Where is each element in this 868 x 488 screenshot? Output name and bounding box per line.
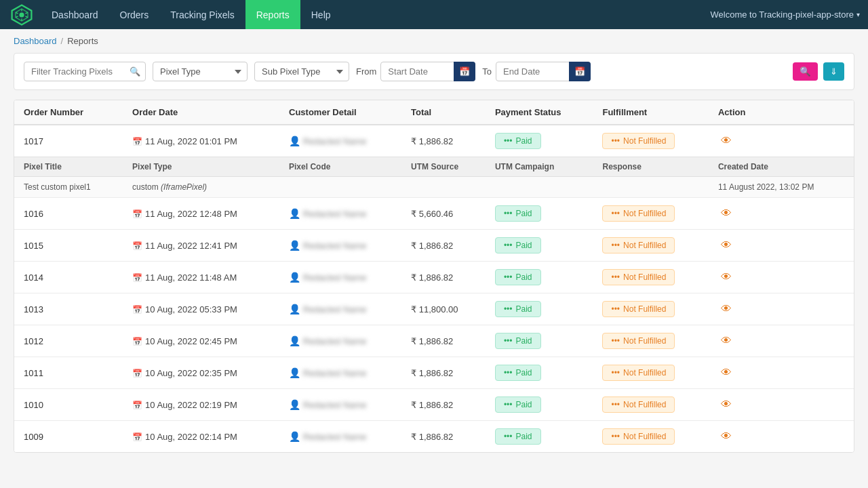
cell-total: ₹ 1,886.82 [401, 262, 486, 293]
export-button[interactable]: ⇓ [823, 62, 844, 81]
cell-action: 👁 [709, 198, 854, 230]
dots-icon: ••• [504, 209, 513, 218]
pixel-col-type: Pixel Type [123, 157, 279, 177]
breadcrumb: Dashboard / Reports [0, 29, 868, 53]
nav-dashboard[interactable]: Dashboard [41, 0, 109, 29]
view-button[interactable]: 👁 [718, 396, 734, 413]
col-order-date: Order Date [123, 100, 279, 125]
dots-icon: ••• [504, 368, 513, 378]
col-order-number: Order Number [14, 100, 123, 125]
cell-fulfillment: ••• Not Fulfilled [593, 230, 708, 262]
view-button[interactable]: 👁 [718, 300, 734, 318]
view-button[interactable]: 👁 [718, 268, 734, 286]
filter-bar: 🔍 Pixel Type Sub Pixel Type From 📅 To 📅 … [14, 53, 854, 90]
end-date-wrap: 📅 [496, 62, 591, 81]
cell-order-date: 📅10 Aug, 2022 02:19 PM [123, 389, 279, 421]
cell-customer: 👤 Redacted Name [279, 125, 401, 157]
welcome-text: Welcome to Tracking-pixel-app-store [711, 9, 854, 20]
cell-total: ₹ 1,886.82 [401, 421, 486, 453]
cell-order-number: 1012 [14, 325, 123, 357]
cell-order-number: 1010 [14, 389, 123, 421]
cell-action: 👁 [709, 389, 854, 421]
nav-help[interactable]: Help [300, 0, 342, 29]
table-row: 1016 📅11 Aug, 2022 12:48 PM 👤 Redacted N… [14, 198, 854, 230]
pixel-type-select[interactable]: Pixel Type [153, 62, 248, 81]
cell-customer: 👤 Redacted Name [279, 421, 401, 453]
search-filter-wrap: 🔍 [24, 62, 146, 81]
dots-icon: ••• [611, 304, 620, 314]
view-button[interactable]: 👁 [718, 132, 734, 150]
cell-fulfillment: ••• Not Fulfilled [593, 293, 708, 325]
dots-icon: ••• [504, 432, 513, 441]
cell-customer: 👤 Redacted Name [279, 325, 401, 357]
cell-order-date: 📅11 Aug, 2022 11:48 AM [123, 262, 279, 293]
pixel-row: Test custom pixel1 custom (IframePixel) … [14, 177, 854, 198]
start-date-calendar-button[interactable]: 📅 [454, 62, 475, 81]
breadcrumb-current: Reports [67, 36, 98, 46]
fulfillment-badge: ••• Not Fulfilled [602, 269, 675, 285]
cell-payment-status: ••• Paid [486, 389, 593, 421]
cell-order-date: 📅10 Aug, 2022 05:33 PM [123, 293, 279, 325]
sub-pixel-type-select[interactable]: Sub Pixel Type [254, 62, 349, 81]
cell-total: ₹ 1,886.82 [401, 389, 486, 421]
cell-payment-status: ••• Paid [486, 293, 593, 325]
payment-status-badge: ••• Paid [495, 269, 541, 285]
cell-payment-status: ••• Paid [486, 198, 593, 230]
table-row: 1012 📅10 Aug, 2022 02:45 PM 👤 Redacted N… [14, 325, 854, 357]
pixel-col-utm-source: UTM Source [401, 157, 486, 177]
end-date-calendar-button[interactable]: 📅 [569, 62, 591, 81]
fulfillment-badge: ••• Not Fulfilled [602, 301, 675, 317]
view-button[interactable]: 👁 [718, 364, 734, 382]
dots-icon: ••• [611, 336, 620, 346]
search-button[interactable]: 🔍 [793, 62, 818, 81]
col-payment-status: Payment Status [486, 100, 593, 125]
pixel-cell-created-date: 11 August 2022, 13:02 PM [709, 177, 854, 198]
table-row: 1011 📅10 Aug, 2022 02:35 PM 👤 Redacted N… [14, 357, 854, 389]
cell-order-date: 📅10 Aug, 2022 02:45 PM [123, 325, 279, 357]
fulfillment-badge: ••• Not Fulfilled [602, 133, 675, 149]
table-body: 1017 📅11 Aug, 2022 01:01 PM 👤 Redacted N… [14, 125, 854, 452]
dots-icon: ••• [611, 400, 620, 409]
orders-table-wrap: Order Number Order Date Customer Detail … [14, 100, 854, 453]
col-customer-detail: Customer Detail [279, 100, 401, 125]
cell-action: 👁 [709, 357, 854, 389]
dots-icon: ••• [504, 241, 513, 250]
cell-payment-status: ••• Paid [486, 262, 593, 293]
fulfillment-badge: ••• Not Fulfilled [602, 205, 675, 222]
cell-payment-status: ••• Paid [486, 357, 593, 389]
payment-status-badge: ••• Paid [495, 333, 541, 349]
payment-status-badge: ••• Paid [495, 428, 541, 445]
nav-orders[interactable]: Orders [109, 0, 160, 29]
svg-point-2 [19, 12, 24, 17]
cell-order-number: 1014 [14, 262, 123, 293]
orders-table: Order Number Order Date Customer Detail … [14, 100, 854, 452]
nav-tracking-pixels[interactable]: Tracking Pixels [159, 0, 245, 29]
table-row: 1015 📅11 Aug, 2022 12:41 PM 👤 Redacted N… [14, 230, 854, 262]
view-button[interactable]: 👁 [718, 237, 734, 254]
cell-payment-status: ••• Paid [486, 421, 593, 453]
cell-order-date: 📅10 Aug, 2022 02:35 PM [123, 357, 279, 389]
payment-status-badge: ••• Paid [495, 365, 541, 381]
dots-icon: ••• [611, 368, 620, 378]
table-row: 1013 📅10 Aug, 2022 05:33 PM 👤 Redacted N… [14, 293, 854, 325]
header: Dashboard Orders Tracking Pixels Reports… [0, 0, 868, 29]
view-button[interactable]: 👁 [718, 428, 734, 445]
dots-icon: ••• [504, 272, 513, 282]
app-logo [8, 1, 35, 28]
cell-order-date: 📅11 Aug, 2022 12:41 PM [123, 230, 279, 262]
date-to-group: To 📅 [482, 62, 591, 81]
main-nav: Dashboard Orders Tracking Pixels Reports… [41, 0, 342, 29]
view-button[interactable]: 👁 [718, 205, 734, 222]
dots-icon: ••• [611, 136, 620, 146]
breadcrumb-home[interactable]: Dashboard [14, 36, 57, 46]
search-input[interactable] [24, 62, 146, 81]
cell-total: ₹ 11,800.00 [401, 293, 486, 325]
view-button[interactable]: 👁 [718, 332, 734, 350]
cell-order-date: 📅11 Aug, 2022 12:48 PM [123, 198, 279, 230]
nav-reports[interactable]: Reports [245, 0, 300, 29]
cell-payment-status: ••• Paid [486, 325, 593, 357]
dots-icon: ••• [504, 336, 513, 346]
pixel-cell-code [279, 177, 401, 198]
pixel-cell-title: Test custom pixel1 [14, 177, 123, 198]
cell-action: 👁 [709, 293, 854, 325]
